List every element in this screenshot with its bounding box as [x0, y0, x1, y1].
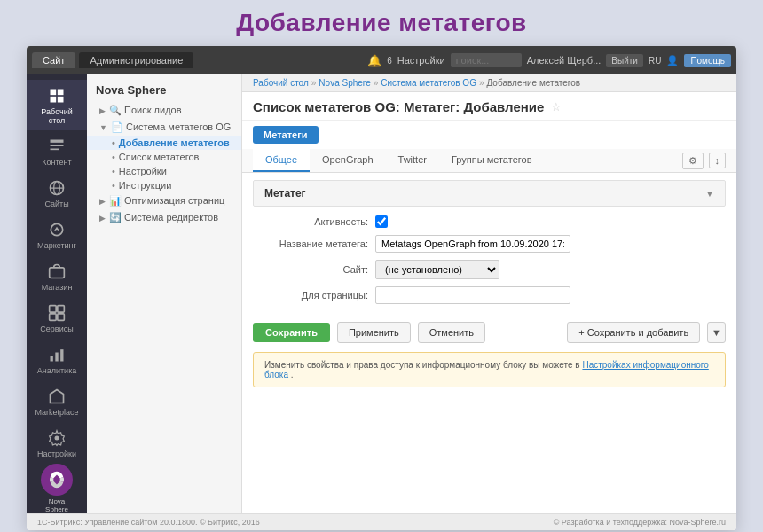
sites-icon: [48, 179, 66, 197]
tab-groups[interactable]: Группы метатегов: [439, 149, 545, 172]
footer: 1С-Битрикс: Управление сайтом 20.0.1800.…: [27, 513, 736, 530]
tree-label-instructions: Инструкции: [119, 180, 171, 191]
nova-sphere-label: NovaSphere: [45, 497, 68, 513]
tab-general[interactable]: Общее: [253, 149, 310, 172]
breadcrumb-item-og[interactable]: Система метатегов OG: [381, 78, 476, 88]
tabs-row: Общее OpenGraph Twitter Группы метатегов…: [242, 149, 736, 173]
tree-label-leads: 🔍 Поиск лидов: [109, 105, 182, 116]
sidebar-item-shop[interactable]: Магазин: [27, 255, 87, 297]
tree-label-metatags-og: 📄 Система метатегов OG: [111, 121, 231, 133]
content-area: Рабочий стол » Nova Sphere » Система мет…: [242, 74, 736, 513]
sidebar-item-content[interactable]: Контент: [27, 130, 87, 172]
svg-rect-5: [51, 145, 64, 146]
nova-sphere-badge[interactable]: [41, 464, 73, 496]
tree-item-redirects[interactable]: ▶ 🔄 Система редиректов: [87, 209, 241, 226]
content-header: Список метатегов OG: Метатег: Добавление…: [242, 92, 736, 121]
metatag-button[interactable]: Метатеги: [253, 126, 319, 144]
tab-site[interactable]: Сайт: [32, 52, 75, 68]
breadcrumb-item-dashboard[interactable]: Рабочий стол: [253, 78, 309, 88]
save-add-button[interactable]: + Сохранить и добавить: [567, 322, 700, 343]
sidebar-bottom: NovaSphere: [27, 464, 87, 513]
tab-settings-gear[interactable]: ⚙: [682, 153, 704, 169]
page-main-title: Добавление метатегов: [236, 9, 527, 37]
top-bar-right: 🔔 6 Настройки Алексей Щерб... Выйти RU 👤…: [367, 53, 731, 67]
svg-rect-18: [60, 349, 63, 361]
dashboard-icon: [48, 87, 66, 105]
breadcrumb-sep: »: [374, 78, 379, 88]
chevron-right-icon: ▶: [99, 106, 106, 115]
tree-item-metatags-og[interactable]: ▼ 📄 Система метатегов OG: [87, 119, 241, 136]
logout-button[interactable]: Выйти: [606, 54, 643, 67]
tree-child-list-metatag[interactable]: • Список метатегов: [87, 150, 241, 164]
top-bar: Сайт Администрирование 🔔 6 Настройки Але…: [27, 46, 736, 74]
tree-item-leads[interactable]: ▶ 🔍 Поиск лидов: [87, 102, 241, 119]
chevron-right-icon: ▶: [99, 214, 106, 223]
footer-left: 1С-Битрикс: Управление сайтом 20.0.1800.…: [37, 518, 260, 527]
language-selector[interactable]: RU: [649, 56, 661, 66]
tab-twitter[interactable]: Twitter: [386, 149, 439, 172]
svg-rect-17: [55, 353, 58, 362]
notifications-icon[interactable]: 🔔: [367, 54, 382, 67]
content-icon: [48, 137, 66, 155]
sidebar-item-settings[interactable]: Настройки: [27, 422, 87, 464]
settings-label[interactable]: Настройки: [397, 55, 445, 66]
metatag-name-input[interactable]: [375, 235, 570, 253]
sidebar-item-marketing[interactable]: Маркетинг: [27, 214, 87, 255]
activity-checkbox[interactable]: [375, 215, 388, 228]
tab-admin[interactable]: Администрирование: [79, 52, 193, 68]
sidebar-item-services[interactable]: Сервисы: [27, 297, 87, 339]
sidebar-item-sites[interactable]: Сайты: [27, 172, 87, 214]
info-notice: Изменить свойства и права доступа к инфо…: [253, 352, 726, 387]
bullet-icon: •: [112, 166, 115, 176]
svg-rect-16: [51, 356, 53, 362]
name-label: Название метатега:: [253, 239, 368, 249]
notifications-count: 6: [387, 56, 392, 66]
tree-item-optimization[interactable]: ▶ 📊 Оптимизация страниц: [87, 192, 241, 209]
tab-expand-btn[interactable]: ↕: [709, 153, 727, 168]
breadcrumb-sep: »: [479, 78, 484, 88]
tree-child-instructions[interactable]: • Инструкции: [87, 178, 241, 192]
page-input[interactable]: [375, 286, 570, 304]
tree-label-redirects: 🔄 Система редиректов: [109, 212, 218, 223]
tab-opengraph[interactable]: OpenGraph: [310, 149, 385, 172]
svg-rect-13: [58, 306, 65, 313]
search-input[interactable]: [451, 53, 522, 67]
form-row-page: Для страницы:: [253, 286, 726, 304]
sidebar-label-services: Сервисы: [40, 325, 73, 333]
site-select[interactable]: (не установлено): [375, 260, 499, 279]
tree-child-settings[interactable]: • Настройки: [87, 164, 241, 178]
svg-rect-3: [58, 97, 64, 103]
more-actions-button[interactable]: ▼: [707, 322, 726, 343]
sidebar-item-dashboard[interactable]: Рабочийстол: [27, 80, 87, 130]
breadcrumb-item-nova[interactable]: Nova Sphere: [319, 78, 370, 88]
sidebar-label-settings: Настройки: [37, 450, 76, 458]
tree-child-add-metatag[interactable]: • Добавление метатегов: [87, 136, 241, 150]
main-layout: Рабочийстол Контент Сайты Маркетинг Мага…: [27, 74, 736, 513]
apply-button[interactable]: Применить: [337, 322, 411, 343]
chevron-down-icon: ▼: [99, 123, 107, 132]
bullet-icon: •: [112, 152, 115, 162]
sidebar-label-marketplace: Marketplace: [35, 408, 78, 417]
user-name: Алексей Щерб...: [527, 55, 602, 66]
sidebar-label-shop: Магазин: [42, 283, 73, 292]
tree-label-add-metatag: Добавление метатегов: [119, 137, 230, 148]
svg-rect-6: [51, 149, 59, 151]
bullet-icon: •: [112, 137, 115, 148]
bullet-icon: •: [112, 180, 115, 191]
section-title: Метатег: [264, 187, 306, 200]
tabs-right: ⚙ ↕: [682, 153, 727, 169]
help-button[interactable]: Помощь: [684, 54, 731, 67]
svg-rect-0: [51, 90, 57, 96]
sidebar-item-marketplace[interactable]: Marketplace: [27, 380, 87, 422]
save-button[interactable]: Сохранить: [253, 323, 330, 342]
form-row-activity: Активность:: [253, 215, 726, 228]
sidebar-item-analytics[interactable]: Аналитика: [27, 339, 87, 380]
breadcrumb-sep: »: [311, 78, 317, 88]
svg-rect-15: [58, 314, 65, 321]
notice-end: .: [291, 370, 294, 379]
sidebar-label-marketing: Маркетинг: [37, 241, 76, 250]
favorite-star-icon[interactable]: ☆: [551, 100, 562, 113]
cancel-button[interactable]: Отменить: [418, 322, 485, 343]
svg-rect-11: [50, 268, 65, 278]
section-header-metatag[interactable]: Метатег ▼: [253, 180, 726, 207]
